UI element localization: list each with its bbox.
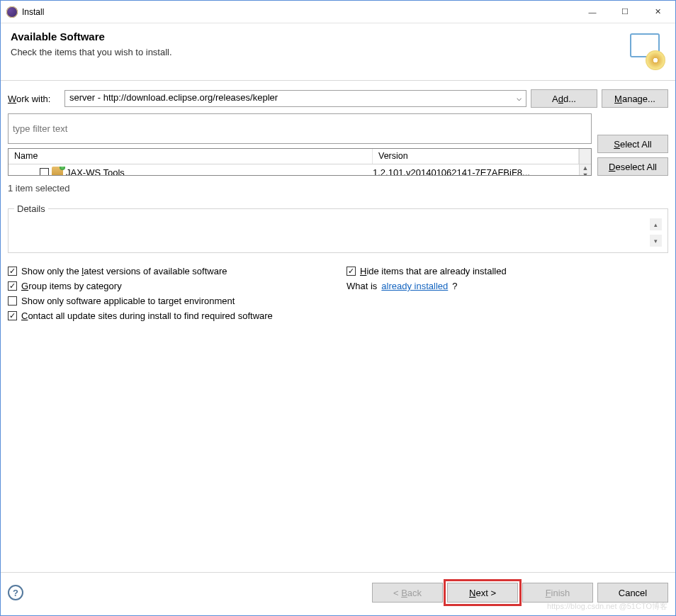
software-table: Name Version JAX-WS Tools1.2.101.v201401… [8,148,592,176]
row-version: 1.2.101.v201401062141-7E7AFBjF8... [373,167,591,176]
manage-button[interactable]: Manage... [602,89,668,108]
what-is-installed: What is already installed? [347,281,668,291]
eclipse-icon [6,6,18,18]
opt-latest[interactable]: ✓Show only the latest versions of availa… [8,266,329,276]
details-label: Details [14,203,48,214]
work-with-combo[interactable]: server - http://download.eclipse.org/rel… [64,90,526,107]
table-row[interactable]: JAX-WS Tools1.2.101.v201401062141-7E7AFB… [9,164,591,175]
help-icon[interactable]: ? [8,585,23,600]
scroll-down-icon[interactable]: ▼ [580,172,591,175]
details-scroll-down-icon[interactable]: ▾ [650,235,662,247]
already-installed-link[interactable]: already installed [381,281,448,291]
row-checkbox[interactable] [40,168,49,176]
page-title: Available Software [11,30,172,43]
minimize-button[interactable]: — [576,1,609,23]
details-scrollbar[interactable]: ▴ ▾ [650,218,662,247]
deselect-all-button[interactable]: Deselect All [597,157,668,176]
col-name[interactable]: Name [9,149,373,164]
install-icon [626,30,665,70]
details-scroll-up-icon[interactable]: ▴ [650,218,662,230]
window-buttons: — ☐ ✕ [576,1,674,23]
selection-status: 1 item selected [8,181,668,198]
package-icon [52,167,63,175]
back-button[interactable]: < Back [372,583,443,603]
close-button[interactable]: ✕ [641,1,674,23]
page-subtitle: Check the items that you wish to install… [11,47,172,57]
opt-hide[interactable]: ✓Hide items that are already installed [347,266,668,276]
finish-button[interactable]: Finish [522,583,593,603]
next-button[interactable]: Next > [447,583,518,603]
maximize-button[interactable]: ☐ [609,1,641,23]
work-with-label: Work with: [8,94,60,104]
opt-target-env[interactable]: Show only software applicable to target … [8,296,329,306]
header-scroll-spacer [579,149,591,164]
titlebar: Install — ☐ ✕ [1,1,675,23]
footer: ? < Back Next > Finish Cancel [1,572,675,615]
add-button[interactable]: Add... [531,89,597,108]
details-text: ▴ ▾ [14,218,662,247]
scroll-up-icon[interactable]: ▲ [580,164,591,172]
cancel-button[interactable]: Cancel [597,583,668,603]
filter-input[interactable] [8,113,592,144]
opt-contact-sites[interactable]: ✓Contact all update sites during install… [8,310,668,321]
details-group: Details ▴ ▾ [8,203,668,253]
select-all-button[interactable]: Select All [597,135,668,153]
opt-group[interactable]: ✓Group items by category [8,281,329,291]
vertical-scrollbar[interactable]: ▲ ▼ [579,164,591,175]
row-name: JAX-WS Tools [66,167,125,176]
header: Available Software Check the items that … [1,23,675,81]
work-with-row: Work with: server - http://download.ecli… [8,89,668,108]
col-version[interactable]: Version [373,149,579,164]
window-title: Install [22,7,576,17]
